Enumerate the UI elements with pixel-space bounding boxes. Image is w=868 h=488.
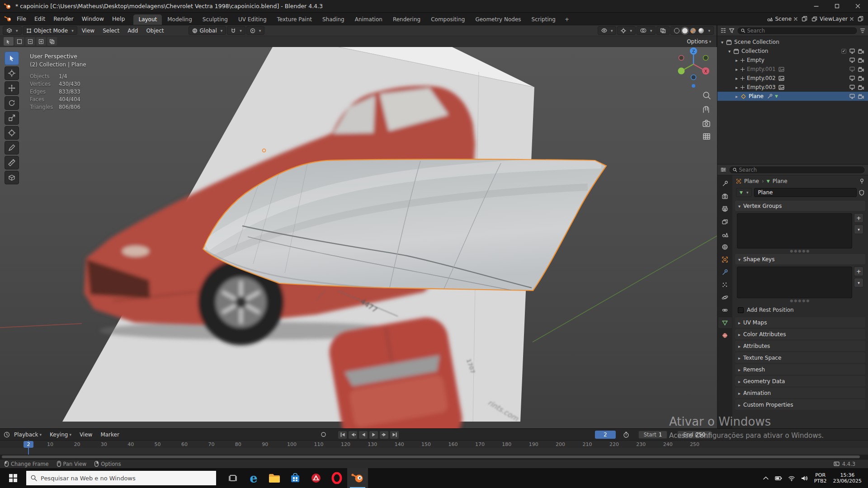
menu-select[interactable]: Select xyxy=(99,28,123,34)
network-icon[interactable] xyxy=(788,475,795,481)
solid-shading-button[interactable] xyxy=(682,28,688,33)
tab-physics[interactable] xyxy=(719,292,731,303)
measure-tool[interactable] xyxy=(5,156,19,169)
disclosure-triangle[interactable] xyxy=(728,48,733,54)
tab-scripting[interactable]: Scripting xyxy=(527,14,561,25)
shape-keys-panel-header[interactable]: Shape Keys xyxy=(735,254,865,264)
tab-modeling[interactable]: Modeling xyxy=(162,14,197,25)
editor-type-button[interactable] xyxy=(3,26,22,35)
color-attributes-panel[interactable]: Color Attributes xyxy=(735,329,865,339)
playhead-frame-chip[interactable]: 2 xyxy=(24,441,33,448)
play-reverse-button[interactable] xyxy=(359,431,368,439)
menu-window[interactable]: Window xyxy=(78,13,108,25)
properties-editor-icon[interactable] xyxy=(720,167,726,173)
annotate-tool[interactable] xyxy=(5,141,19,155)
select-mode-extend-button[interactable] xyxy=(14,37,24,46)
properties-search[interactable] xyxy=(729,166,865,174)
select-mode-set-button[interactable] xyxy=(4,37,14,46)
select-box-tool[interactable] xyxy=(5,52,19,65)
disclosure-triangle[interactable] xyxy=(736,66,741,72)
collection-checkbox[interactable]: ✓ xyxy=(841,49,846,54)
view-menu[interactable]: View xyxy=(75,432,96,438)
opera-taskbar-icon[interactable] xyxy=(326,468,347,488)
outliner-row-empty[interactable]: Empty xyxy=(717,56,868,65)
viewport-canvas[interactable]: 4477 1707 rints.com xyxy=(0,47,717,428)
material-preview-button[interactable] xyxy=(690,28,696,33)
jump-to-end-button[interactable] xyxy=(390,431,399,439)
select-mode-difference-button[interactable] xyxy=(36,37,46,46)
scene-selector[interactable]: Scene xyxy=(764,15,800,23)
battery-icon[interactable] xyxy=(775,475,782,481)
auto-keying-toggle[interactable] xyxy=(319,431,328,438)
keying-menu[interactable]: Keying xyxy=(46,432,75,438)
transform-orientation-dropdown[interactable]: Global xyxy=(189,26,226,35)
task-view-button[interactable] xyxy=(222,468,243,488)
select-mode-intersect-button[interactable] xyxy=(47,37,57,46)
disable-viewport-icon[interactable] xyxy=(849,66,855,72)
tab-tool[interactable] xyxy=(719,178,731,189)
menu-view[interactable]: View xyxy=(78,28,98,34)
shape-keys-list[interactable] xyxy=(737,267,852,298)
minimize-button[interactable] xyxy=(806,0,826,12)
tool-options-dropdown[interactable]: Options xyxy=(687,38,711,45)
scale-tool[interactable] xyxy=(5,111,19,125)
blender-menu-icon[interactable] xyxy=(4,15,13,23)
disclosure-triangle[interactable] xyxy=(736,57,741,63)
disclosure-triangle[interactable] xyxy=(736,75,741,81)
tab-output[interactable] xyxy=(719,203,731,214)
outliner-row-empty-001[interactable]: Empty.001 xyxy=(717,65,868,74)
store-taskbar-icon[interactable] xyxy=(285,468,306,488)
disable-render-icon[interactable] xyxy=(858,67,864,72)
tab-animation[interactable]: Animation xyxy=(350,14,387,25)
disable-render-icon[interactable] xyxy=(858,49,864,54)
overlays-dropdown[interactable] xyxy=(637,26,656,35)
tab-geometry-nodes[interactable]: Geometry Nodes xyxy=(470,14,526,25)
new-scene-icon[interactable] xyxy=(802,16,807,22)
clock[interactable]: 15:36 23/06/2025 xyxy=(833,472,862,484)
proportional-editing-toggle[interactable] xyxy=(246,26,265,35)
camera-view-dot[interactable] xyxy=(692,84,695,88)
mesh-data-selector[interactable]: ▼ xyxy=(736,188,752,197)
remesh-panel[interactable]: Remesh xyxy=(735,364,865,375)
menu-render[interactable]: Render xyxy=(49,13,78,25)
texture-space-panel[interactable]: Texture Space xyxy=(735,352,865,363)
unlink-viewlayer-icon[interactable] xyxy=(850,17,854,21)
previous-keyframe-button[interactable] xyxy=(349,431,357,439)
list-resize-grip[interactable]: ●●●●● xyxy=(732,249,868,253)
outliner-row-collection[interactable]: Collection ✓ xyxy=(717,47,868,56)
next-keyframe-button[interactable] xyxy=(380,431,388,439)
menu-object[interactable]: Object xyxy=(142,28,167,34)
playback-menu[interactable]: Playback xyxy=(10,432,46,438)
fake-user-shield-icon[interactable] xyxy=(859,190,864,196)
play-button[interactable] xyxy=(369,431,378,439)
blender-taskbar-icon[interactable] xyxy=(347,468,368,488)
stopwatch-icon[interactable] xyxy=(623,432,629,438)
disclosure-triangle[interactable] xyxy=(721,39,726,45)
new-viewlayer-icon[interactable] xyxy=(858,16,863,22)
vertex-groups-panel-header[interactable]: Vertex Groups xyxy=(735,201,865,211)
disable-render-icon[interactable] xyxy=(858,94,864,99)
properties-search-input[interactable] xyxy=(739,167,861,173)
move-tool[interactable] xyxy=(5,81,19,95)
outliner-row-plane[interactable]: Plane ▼ xyxy=(717,92,868,101)
disable-render-icon[interactable] xyxy=(858,85,864,90)
frame-start-field[interactable]: Start1 xyxy=(638,431,667,439)
frame-end-field[interactable]: End250 xyxy=(677,431,712,439)
list-resize-grip[interactable]: ●●●●● xyxy=(732,299,868,303)
outliner-row-scene-collection[interactable]: Scene Collection xyxy=(717,38,868,47)
menu-help[interactable]: Help xyxy=(108,13,129,25)
breadcrumb-data[interactable]: Plane xyxy=(773,178,788,184)
rendered-shading-button[interactable] xyxy=(698,28,704,33)
tab-rendering[interactable]: Rendering xyxy=(388,14,425,25)
tab-object[interactable] xyxy=(719,254,731,265)
tab-layout[interactable]: Layout xyxy=(133,14,162,25)
attributes-panel[interactable]: Attributes xyxy=(735,341,865,351)
custom-properties-panel[interactable]: Custom Properties xyxy=(735,399,865,410)
menu-add[interactable]: Add xyxy=(124,28,142,34)
disable-viewport-icon[interactable] xyxy=(849,75,855,81)
timeline-ruler[interactable]: 1020304050607080901001101201301401501601… xyxy=(0,441,868,455)
outliner-row-empty-002[interactable]: Empty.002 xyxy=(717,74,868,83)
edge-taskbar-icon[interactable]: e xyxy=(243,468,264,488)
uv-maps-panel[interactable]: UV Maps xyxy=(735,317,865,328)
tab-view-layer[interactable] xyxy=(719,216,731,227)
